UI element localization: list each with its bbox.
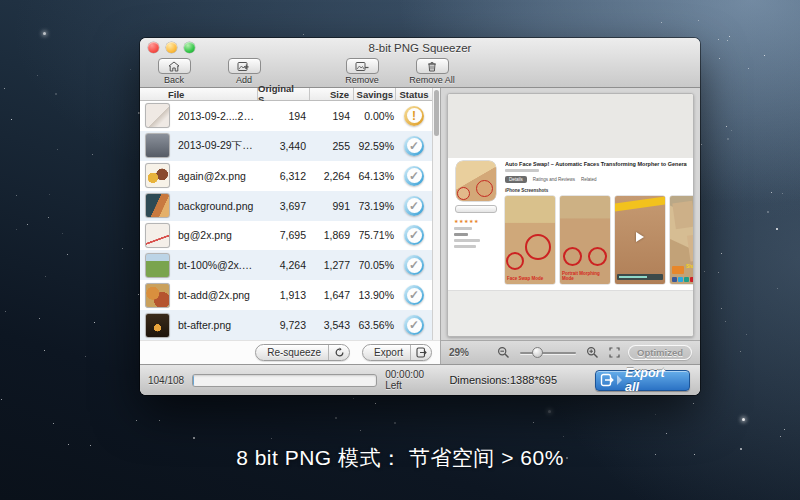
sidebar-text-line — [454, 245, 476, 248]
file-name: 2013-09-29下午12.00.23 — [174, 139, 258, 153]
savings-value: 73.19% — [354, 200, 396, 212]
screenshot-face-swap: Face Swap Mode — [505, 196, 555, 284]
status-check-icon: ✓ — [404, 255, 424, 275]
file-name: 2013-09-2....23-fs8.png — [174, 110, 258, 122]
original-size-value: 3,697 — [258, 200, 310, 212]
table-rows: 2013-09-2....23-fs8.png 194 194 0.00% ! … — [140, 101, 432, 340]
column-header-original-size[interactable]: Original S... — [258, 88, 310, 100]
remove-image-icon — [346, 58, 379, 74]
zoom-button[interactable] — [184, 42, 195, 53]
export-all-button[interactable]: Export all — [595, 370, 690, 391]
table-row[interactable]: bt-add@2x.png 1,913 1,647 13.90% ✓ — [140, 280, 432, 310]
home-icon — [158, 58, 191, 74]
table-row[interactable]: background.png 3,697 991 73.19% ✓ — [140, 191, 432, 221]
file-thumbnail — [145, 223, 170, 248]
play-icon — [636, 232, 644, 242]
tab-ratings: Ratings and Reviews — [533, 177, 575, 182]
file-name: background.png — [174, 200, 258, 212]
table-row[interactable]: bg@2x.png 7,695 1,869 75.71% ✓ — [140, 221, 432, 251]
sidebar-text-line — [454, 239, 480, 242]
original-size-value: 194 — [258, 110, 310, 122]
resqueeze-button[interactable]: Re-squeeze — [255, 344, 350, 361]
original-size-value: 1,913 — [258, 289, 310, 301]
traffic-lights — [148, 42, 195, 53]
column-header-file[interactable]: File — [140, 88, 258, 100]
export-all-icon — [600, 373, 614, 387]
slider-track[interactable] — [520, 352, 576, 354]
status-check-icon: ✓ — [404, 136, 424, 156]
preview-page-body: ★★★★★ Auto Face Swap! – Automatic Faces … — [448, 158, 693, 284]
social-icons-row — [672, 277, 694, 282]
preview-panel: ★★★★★ Auto Face Swap! – Automatic Faces … — [441, 88, 700, 364]
screenshots-section-label: iPhone Screenshots — [505, 188, 687, 193]
back-button[interactable]: Back — [150, 58, 198, 85]
table-row[interactable]: again@2x.png 6,312 2,264 64.13% ✓ — [140, 161, 432, 191]
file-thumbnail — [145, 163, 170, 188]
zoom-out-icon[interactable] — [497, 346, 510, 359]
savings-value: 0.00% — [354, 110, 396, 122]
scrollbar-thumb[interactable] — [434, 90, 439, 136]
table-row[interactable]: bt-100%@2x.png 4,264 1,277 70.05% ✓ — [140, 250, 432, 280]
sidebar-text-line — [454, 227, 472, 230]
size-value: 1,647 — [310, 289, 354, 301]
add-image-icon — [228, 58, 261, 74]
title-bar[interactable]: 8-bit PNG Squeezer — [140, 38, 700, 57]
slider-knob[interactable] — [532, 347, 543, 358]
preview-image: ★★★★★ Auto Face Swap! – Automatic Faces … — [447, 93, 694, 337]
remove-all-button[interactable]: Remove All — [408, 58, 456, 85]
zoom-slider[interactable] — [520, 347, 576, 358]
table-scrollbar[interactable] — [432, 88, 440, 340]
file-list-panel: File Original S... Size Savings Status 2… — [140, 88, 441, 364]
export-label: Export — [363, 347, 410, 358]
original-size-value: 3,440 — [258, 140, 310, 152]
savings-value: 70.05% — [354, 259, 396, 271]
size-value: 255 — [310, 140, 354, 152]
column-header-status[interactable]: Status — [396, 88, 432, 100]
rating-stars: ★★★★★ — [454, 218, 479, 224]
screenshot-portrait-morphing: Portrait Morphing Mode — [560, 196, 610, 284]
trash-icon — [416, 58, 449, 74]
savings-value: 75.71% — [354, 229, 396, 241]
table-header[interactable]: File Original S... Size Savings Status — [140, 88, 432, 101]
screenshot-caption: Sharing — [686, 265, 694, 270]
tab-details: Details — [505, 176, 527, 183]
ribbon-banner — [615, 196, 665, 212]
add-label: Add — [236, 75, 252, 85]
fit-to-window-icon[interactable] — [609, 347, 620, 358]
export-button[interactable]: Export — [362, 344, 432, 361]
refresh-icon — [329, 347, 349, 358]
size-value: 1,277 — [310, 259, 354, 271]
app-store-app-icon — [456, 161, 496, 201]
status-bar: 104/108 00:00:00 Left Dimensions:1388*69… — [140, 364, 700, 395]
tab-related: Related — [581, 177, 597, 182]
file-thumbnail — [145, 103, 170, 128]
screenshot-sharing: Sharing — [670, 196, 694, 284]
table-row[interactable]: 2013-09-29下午12.00.23 3,440 255 92.59% ✓ — [140, 131, 432, 161]
export-icon — [411, 347, 431, 358]
original-size-value: 7,695 — [258, 229, 310, 241]
column-header-savings[interactable]: Savings — [354, 88, 396, 100]
zoom-in-icon[interactable] — [586, 346, 599, 359]
size-value: 2,264 — [310, 170, 354, 182]
file-thumbnail — [145, 193, 170, 218]
toolbar: Back Add Remove — [140, 57, 700, 87]
minimize-button[interactable] — [166, 42, 177, 53]
file-table: File Original S... Size Savings Status 2… — [140, 88, 432, 340]
table-row[interactable]: 2013-09-2....23-fs8.png 194 194 0.00% ! — [140, 101, 432, 131]
export-all-label: Export all — [625, 366, 679, 394]
remove-button[interactable]: Remove — [338, 58, 386, 85]
status-check-icon: ✓ — [404, 315, 424, 335]
dimensions-readout: Dimensions:1388*695 — [449, 374, 557, 386]
original-size-value: 4,264 — [258, 259, 310, 271]
table-row[interactable]: bt-after.png 9,723 3,543 63.56% ✓ — [140, 310, 432, 340]
preview-area[interactable]: ★★★★★ Auto Face Swap! – Automatic Faces … — [441, 88, 700, 340]
app-page-tabs: Details Ratings and Reviews Related — [505, 176, 687, 183]
close-button[interactable] — [148, 42, 159, 53]
add-button[interactable]: Add — [220, 58, 268, 85]
remove-all-label: Remove All — [409, 75, 455, 85]
preview-page-footer-area — [448, 290, 693, 336]
column-header-size[interactable]: Size — [310, 88, 354, 100]
screenshot-caption: Face Swap Mode — [507, 277, 553, 282]
size-value: 3,543 — [310, 319, 354, 331]
preview-page-header-area — [448, 94, 693, 158]
